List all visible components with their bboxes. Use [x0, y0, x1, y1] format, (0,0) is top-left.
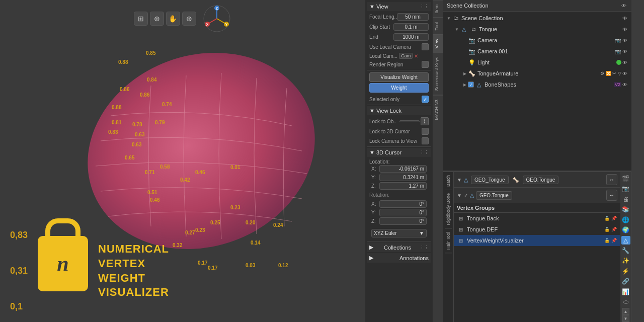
batch-tab-batch[interactable]: Batch	[445, 172, 452, 190]
geo-tongue-name2[interactable]: GEO.Tongue	[476, 191, 512, 200]
batch-tab-hair[interactable]: Hair Tool	[445, 229, 452, 253]
boneshapes-icon: △	[475, 80, 483, 89]
particle-icon[interactable]: ✨	[621, 257, 630, 265]
scene-eye[interactable]: 👁	[621, 15, 628, 22]
tree-item-armature[interactable]: ▶ 🦴 TongueArmature ⚙ 🔀 ✂ ▽ 👁	[443, 68, 631, 79]
vg-action-3[interactable]: 🔒	[603, 237, 610, 244]
axis-widget[interactable]: Z X Y	[202, 4, 231, 33]
lock-3d-cursor-checkbox[interactable]	[422, 128, 429, 135]
geo-tongue-name[interactable]: GEO.Tongue	[523, 176, 559, 184]
lock-obj-value[interactable]	[399, 120, 420, 122]
output-icon[interactable]: 🖨	[621, 195, 630, 203]
clip-end-value[interactable]: 1000 m	[393, 33, 429, 41]
object-icon[interactable]: △	[621, 236, 630, 245]
rot-z-value[interactable]: 0°	[379, 217, 427, 225]
tab-view[interactable]: View	[433, 34, 443, 52]
tab-tool[interactable]: Tool	[433, 18, 443, 35]
selected-only-checkbox[interactable]: ✓	[422, 96, 429, 103]
vg-action-pin-3[interactable]: 📌	[610, 237, 617, 244]
vg-action-1[interactable]: 🔒	[603, 215, 610, 222]
vg-action-2[interactable]: 🔒	[603, 226, 610, 233]
tree-item-tongue[interactable]: ▼ △ 🗂 Tongue 👁	[443, 24, 631, 35]
vg-action-pin-1[interactable]: 📌	[610, 215, 617, 222]
view-section-header[interactable]: ▼ View ⋮⋮	[367, 2, 431, 11]
euler-arrow: ▼	[419, 230, 424, 236]
dropdown-icon[interactable]: ▼	[457, 177, 462, 183]
weight-val-3: 0,1	[10, 301, 28, 312]
geo-expand2-btn[interactable]: ↔	[606, 190, 617, 201]
batch-tab-rigidbody[interactable]: Rigidbody Bone	[445, 190, 452, 229]
grid-view-btn[interactable]: ⊞	[134, 12, 148, 26]
weight-btn[interactable]: Weight	[369, 83, 429, 93]
tab-screencast[interactable]: Screencast Keys	[433, 52, 443, 95]
armature-eye[interactable]: 👁	[621, 70, 628, 77]
scene-icon2[interactable]: 🌐	[621, 215, 630, 224]
lock-cam-view-checkbox[interactable]	[422, 137, 429, 144]
tree-item-camera001[interactable]: 📷 Camera.001 📷 👁	[443, 46, 631, 57]
tree-item-scene[interactable]: ▼ 🗂 Scene Collection 👁	[443, 13, 631, 24]
weight-label: 0.25	[210, 220, 220, 225]
modifier-icon[interactable]: 🔧	[621, 246, 630, 255]
world-icon[interactable]: 🌍	[621, 225, 630, 234]
camera-view-btn[interactable]: ⊕	[150, 12, 164, 26]
tongue-eye[interactable]: 👁	[621, 26, 628, 33]
scene-prop-icon[interactable]: 🎬	[621, 174, 630, 183]
rot-x-row: X: 0°	[369, 200, 429, 208]
geo-object-name[interactable]: GEO_Tongue	[471, 176, 509, 184]
tab-machin3[interactable]: MACHIN3	[433, 95, 443, 124]
boneshapes-check[interactable]: ✓	[468, 82, 474, 88]
vg-item-visualizer[interactable]: ⊞ VertexWeightVisualizer 🔒 📌	[454, 235, 620, 246]
annotations-row[interactable]: ▶ Annotations	[367, 253, 431, 263]
collections-row[interactable]: ▶ Collections ⋮⋮	[367, 243, 431, 252]
svg-text:Y: Y	[225, 23, 227, 26]
cam-badge[interactable]: Cam	[399, 53, 413, 59]
vg-item-tonguedef[interactable]: ⊞ Tongue.DEF 🔒 📌	[454, 224, 620, 235]
physics-icon[interactable]: ⚡	[621, 267, 630, 275]
clip-start-value[interactable]: 0.1 m	[393, 23, 429, 31]
cursor-z-value[interactable]: 1.27 m	[379, 182, 427, 190]
grab-tool-btn[interactable]: ✋	[166, 12, 180, 26]
cam001-eye[interactable]: 👁	[621, 48, 628, 55]
render-icon[interactable]: 📷	[621, 184, 630, 193]
euler-dropdown[interactable]: XYZ Euler ▼	[371, 229, 427, 237]
focal-length-value[interactable]: 50 mm	[397, 13, 429, 21]
data-icon[interactable]: 📊	[621, 287, 630, 296]
use-local-camera-checkbox[interactable]	[422, 43, 429, 50]
boneshapes-eye[interactable]: 👁	[621, 81, 628, 88]
tree-item-camera[interactable]: 📷 Camera 📷 👁	[443, 35, 631, 46]
camera-img-icon: 📷	[614, 37, 621, 44]
view-lock-header[interactable]: ▼ View Lock	[367, 106, 431, 115]
cursor-y-row: Y: 0.3241 m	[369, 173, 429, 182]
visualize-weight-btn[interactable]: Visualize Weight	[369, 72, 429, 82]
outliner-eye-icon[interactable]: 👁	[620, 2, 627, 9]
camera-eye[interactable]: 👁	[621, 37, 628, 44]
view-layer-icon[interactable]: 📚	[621, 205, 630, 213]
constraint-icon[interactable]: 🔗	[621, 277, 630, 286]
geo-expand-btn[interactable]: ↔	[606, 174, 617, 185]
rot-y-value[interactable]: 0°	[379, 209, 427, 216]
tree-item-boneshapes[interactable]: ▶ ✓ △ BoneShapes V2 👁	[443, 79, 631, 90]
lock-obj-eyedrop[interactable]: ⟩	[421, 117, 429, 125]
cursor-header[interactable]: ▼ 3D Cursor ⋮⋮	[367, 148, 431, 157]
material-icon[interactable]: ⬭	[621, 298, 630, 306]
cursor-x-value[interactable]: -0.06167 m	[379, 165, 427, 173]
zoom-tool-btn[interactable]: ⊕	[182, 12, 196, 26]
vg-icon-2: ⊞	[457, 225, 465, 233]
clip-start-row: Clip Start 0.1 m	[367, 22, 431, 32]
rot-x-value[interactable]: 0°	[379, 200, 427, 208]
cam-clear-btn[interactable]: ✕	[414, 53, 418, 59]
cursor-y-value[interactable]: 0.3241 m	[379, 174, 427, 181]
vg-item-tongueback[interactable]: ⊞ Tongue.Back 🔒 📌	[454, 213, 620, 224]
vg-action-pin-2[interactable]: 📌	[610, 226, 617, 233]
viewport[interactable]: ⊞ ⊕ ✋ ⊕ Z X Y	[0, 0, 365, 322]
render-region-label: Render Region	[369, 62, 403, 67]
weight-label: 0.85	[146, 50, 155, 56]
geo-arrow: ▼	[457, 193, 462, 198]
tab-item[interactable]: Item	[433, 0, 443, 18]
right-panel: Scene Collection 👁 ▼ 🗂 Scene Collection …	[443, 0, 631, 322]
scroll-down-btn[interactable]: ▼	[622, 315, 629, 322]
scroll-up-btn[interactable]: ▲	[622, 308, 629, 315]
render-region-checkbox[interactable]	[422, 61, 429, 68]
light-eye[interactable]: 👁	[621, 59, 628, 66]
tree-item-light[interactable]: 💡 Light 👁	[443, 57, 631, 68]
